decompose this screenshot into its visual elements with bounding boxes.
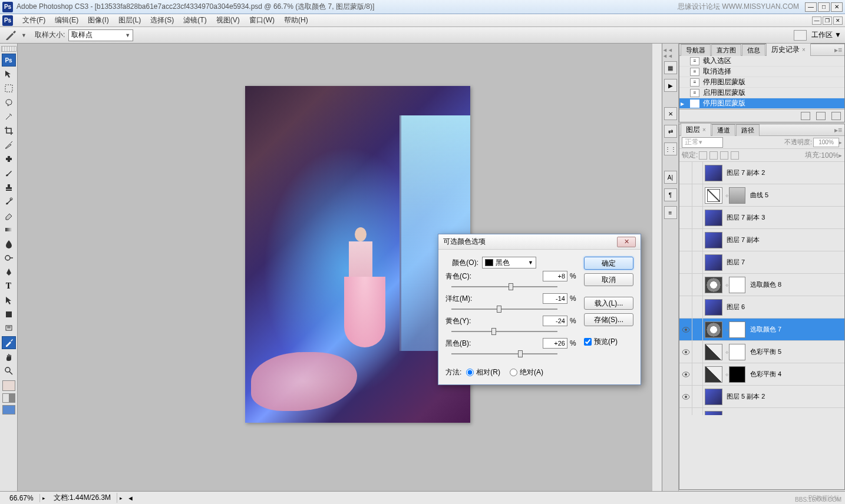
link-icon[interactable]: ⟐ xyxy=(724,327,729,333)
tab-paths[interactable]: 路径 xyxy=(736,124,760,136)
strip-paragraph-icon[interactable]: ¶ xyxy=(664,188,677,201)
strip-layercomps-icon[interactable]: ≡ xyxy=(664,206,677,219)
visibility-toggle[interactable] xyxy=(679,251,692,273)
visibility-toggle[interactable] xyxy=(679,229,692,251)
slider-thumb[interactable] xyxy=(491,328,496,335)
save-button[interactable]: 存储(S)... xyxy=(584,313,633,326)
link-column[interactable] xyxy=(692,408,703,415)
history-item[interactable]: ≡载入选区 xyxy=(679,56,844,67)
layer-mask-thumbnail[interactable] xyxy=(729,277,745,293)
strip-character-icon[interactable]: A| xyxy=(664,171,677,184)
layer-thumbnail[interactable] xyxy=(705,299,722,316)
dialog-close-button[interactable]: ✕ xyxy=(617,237,636,247)
go-to-bridge-icon[interactable] xyxy=(794,30,807,41)
slider-track[interactable] xyxy=(451,349,557,359)
dodge-tool[interactable] xyxy=(2,251,16,264)
layer-thumbnail[interactable] xyxy=(705,389,722,405)
visibility-toggle[interactable] xyxy=(679,341,692,363)
load-button[interactable]: 载入(L)... xyxy=(584,297,633,310)
opacity-value[interactable]: 100% xyxy=(813,138,839,147)
tab-navigator[interactable]: 导航器 xyxy=(681,44,711,56)
slider-thumb[interactable] xyxy=(518,350,523,357)
close-icon[interactable]: × xyxy=(702,127,706,133)
link-icon[interactable]: ⟐ xyxy=(724,372,729,377)
stamp-tool[interactable] xyxy=(2,181,16,194)
visibility-toggle[interactable] xyxy=(679,274,692,296)
tab-histogram[interactable]: 直方图 xyxy=(711,44,741,56)
link-column[interactable] xyxy=(692,363,703,385)
layer-thumbnail[interactable] xyxy=(705,187,722,204)
doc-minimize-button[interactable]: — xyxy=(812,16,821,25)
zoom-level[interactable]: 66.67% xyxy=(4,494,40,502)
layer-thumbnail[interactable] xyxy=(705,210,722,226)
slice-tool[interactable] xyxy=(2,138,16,151)
visibility-toggle[interactable] xyxy=(679,207,692,228)
workspace-dropdown[interactable]: 工作区 ▼ xyxy=(811,30,841,40)
layer-name[interactable]: 图层 7 副本 xyxy=(724,236,844,244)
layer-row[interactable]: ⟐选取颜色 7 xyxy=(679,319,844,341)
layer-thumbnail[interactable] xyxy=(705,254,722,271)
move-tool[interactable] xyxy=(2,68,16,81)
layer-name[interactable]: 图层 7 副本 3 xyxy=(724,213,844,222)
link-column[interactable] xyxy=(692,184,703,206)
eraser-tool[interactable] xyxy=(2,209,16,222)
lock-transparent-icon[interactable] xyxy=(699,151,707,160)
notes-tool[interactable] xyxy=(2,322,16,335)
eyedropper-tool[interactable] xyxy=(2,336,16,349)
panel-menu-icon[interactable]: ▸≡ xyxy=(832,125,844,135)
strip-navigator-icon[interactable]: ▦ xyxy=(664,61,677,74)
ps-home-icon[interactable]: Ps xyxy=(2,54,16,67)
visibility-toggle[interactable] xyxy=(679,386,692,407)
menu-window[interactable]: 窗口(W) xyxy=(245,15,279,25)
layer-mask-thumbnail[interactable] xyxy=(729,321,745,338)
doc-close-button[interactable]: ✕ xyxy=(833,16,843,25)
slider-thumb[interactable] xyxy=(509,283,513,290)
hand-tool[interactable] xyxy=(2,350,16,363)
history-item[interactable]: ≡启用图层蒙版 xyxy=(679,88,844,98)
layer-name[interactable]: 选取颜色 8 xyxy=(748,280,844,289)
layer-row[interactable]: 图层 7 副本 3 xyxy=(679,207,844,229)
link-column[interactable] xyxy=(692,386,703,407)
strip-brushes-icon[interactable]: ⋮⋮ xyxy=(664,142,677,155)
method-relative-radio[interactable]: 相对(R) xyxy=(466,367,500,377)
sample-size-dropdown[interactable]: 取样点▼ xyxy=(68,29,133,41)
menu-edit[interactable]: 编辑(E) xyxy=(50,15,83,25)
visibility-toggle[interactable] xyxy=(679,319,692,340)
brush-tool[interactable] xyxy=(2,167,16,180)
link-column[interactable] xyxy=(692,207,703,228)
close-icon[interactable]: × xyxy=(802,47,806,53)
zoom-tool[interactable] xyxy=(2,364,16,377)
slider-value-input[interactable]: +26 xyxy=(543,338,567,349)
canvas-vscrollbar[interactable] xyxy=(652,44,662,491)
link-column[interactable] xyxy=(692,251,703,273)
slider-track[interactable] xyxy=(451,281,557,292)
tool-dropdown-icon[interactable]: ▼ xyxy=(21,32,27,38)
lock-move-icon[interactable] xyxy=(720,151,728,160)
fill-value[interactable]: 100% xyxy=(821,151,839,160)
link-icon[interactable]: ⟐ xyxy=(724,193,729,198)
layer-row[interactable]: ⟐选取颜色 8 xyxy=(679,274,844,296)
layer-mask-thumbnail[interactable] xyxy=(729,187,745,204)
layer-row[interactable]: 图层 7 副本 2 xyxy=(679,162,844,184)
menu-view[interactable]: 视图(V) xyxy=(212,15,245,25)
layer-thumbnail[interactable] xyxy=(705,321,722,338)
crop-tool[interactable] xyxy=(2,124,16,137)
strip-actions-icon[interactable]: ▶ xyxy=(664,79,677,92)
menu-layer[interactable]: 图层(L) xyxy=(114,15,146,25)
path-select-tool[interactable] xyxy=(2,294,16,307)
menu-file[interactable]: 文件(F) xyxy=(18,15,50,25)
quickmask-toggle[interactable] xyxy=(2,393,15,403)
slider-thumb[interactable] xyxy=(497,306,501,313)
lock-all-icon[interactable] xyxy=(731,151,739,160)
ok-button[interactable]: 确定 xyxy=(584,257,633,270)
link-column[interactable] xyxy=(692,319,703,340)
slider-track[interactable] xyxy=(451,326,557,337)
layer-name[interactable]: 图层 6 xyxy=(724,303,844,311)
layer-row[interactable]: 图层 6 xyxy=(679,296,844,319)
layer-thumbnail[interactable] xyxy=(705,165,722,181)
layer-name[interactable]: 图层 5 副本 xyxy=(724,415,844,415)
layer-row[interactable]: ⟐色彩平衡 4 xyxy=(679,363,844,386)
shape-tool[interactable] xyxy=(2,308,16,321)
healing-tool[interactable] xyxy=(2,152,16,165)
layer-row[interactable]: 图层 5 副本 2 xyxy=(679,386,844,408)
